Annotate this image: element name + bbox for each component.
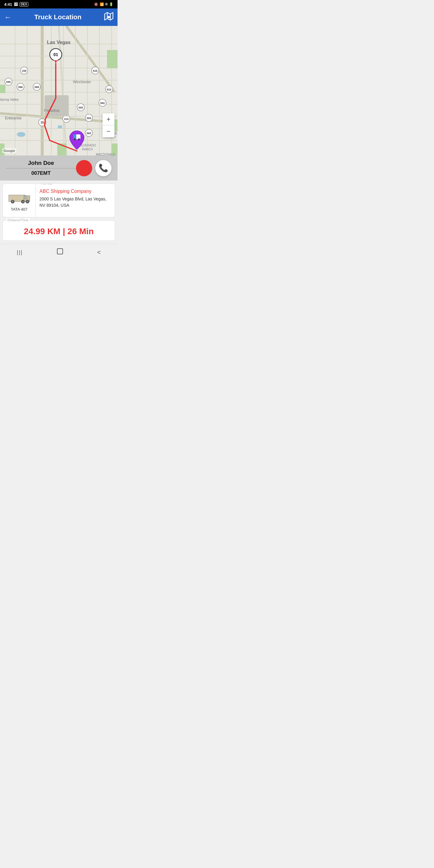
driver-card: John Doe 007EMT 📞	[0, 156, 118, 181]
svg-text:582: 582	[100, 101, 104, 104]
svg-rect-93	[57, 249, 63, 254]
svg-rect-46	[0, 85, 5, 93]
svg-text:Las Vegas: Las Vegas	[47, 40, 70, 45]
svg-point-88	[27, 201, 28, 203]
svg-point-74	[74, 138, 76, 140]
pickup-info: Pick Up ABC Shipping Company 2000 S Las …	[36, 184, 115, 217]
app-header: ← Truck Location	[0, 8, 118, 26]
svg-rect-82	[24, 196, 27, 198]
distance-value: 24.99 KM | 26 Min	[7, 227, 110, 236]
pickup-address: 2000 S Las Vegas Blvd, Las Vegas, NV 891…	[39, 196, 111, 209]
svg-point-75	[78, 138, 80, 140]
call-button[interactable]: 📞	[95, 160, 112, 176]
truck-image	[7, 190, 31, 205]
dex-icon: DEX	[20, 2, 28, 7]
svg-rect-4	[0, 26, 118, 156]
svg-text:596: 596	[18, 86, 23, 89]
svg-text:515: 515	[93, 69, 97, 72]
status-bar: 4:41 🖼 DEX 🔇 📶 R 🔋	[0, 0, 118, 8]
svg-rect-53	[58, 125, 62, 128]
svg-text:592: 592	[79, 106, 83, 109]
svg-text:MACDONALD: MACDONALD	[96, 153, 115, 156]
home-nav-button[interactable]	[56, 248, 64, 257]
svg-text:Winchester: Winchester	[73, 80, 91, 84]
map-icon-button[interactable]	[104, 12, 113, 23]
menu-nav-button[interactable]: |||	[17, 249, 23, 255]
svg-point-52	[17, 132, 25, 137]
distance-label: Distance/Time	[6, 218, 30, 222]
svg-text:562: 562	[87, 132, 91, 135]
driver-divider	[6, 168, 76, 168]
page-title: Truck Location	[34, 13, 82, 21]
photo-icon: 🖼	[14, 2, 18, 7]
svg-text:Spring Valley: Spring Valley	[0, 98, 19, 101]
back-button[interactable]: ←	[4, 13, 11, 22]
bottom-nav: ||| <	[0, 244, 118, 261]
wifi-icon: 📶	[100, 2, 104, 6]
google-watermark: Google	[2, 148, 16, 153]
svg-text:Enterprise: Enterprise	[5, 116, 22, 120]
zoom-in-button[interactable]: +	[102, 113, 115, 125]
svg-text:15: 15	[40, 121, 44, 124]
svg-text:593: 593	[87, 117, 91, 120]
driver-id: 007EMT	[6, 170, 76, 176]
svg-text:612: 612	[107, 88, 111, 91]
phone-icon: 📞	[98, 163, 108, 173]
svg-text:RANCH: RANCH	[82, 148, 93, 151]
svg-point-3	[108, 16, 110, 18]
signal-icon: R	[105, 3, 107, 6]
truck-image-box: TATA 407	[3, 184, 36, 217]
battery-icon: 🔋	[109, 2, 113, 6]
status-time: 4:41	[4, 2, 12, 7]
map-container[interactable]: 15 215 159 595 596 589 515 612 582	[0, 26, 118, 156]
driver-name: John Doe	[6, 160, 76, 166]
svg-rect-47	[107, 50, 118, 68]
pickup-label: Pick Up	[39, 184, 53, 185]
truck-model-label: TATA 407	[11, 207, 27, 212]
svg-text:01: 01	[53, 52, 58, 57]
svg-point-86	[22, 201, 24, 203]
mute-icon: 🔇	[94, 2, 98, 6]
pickup-card: TATA 407 Pick Up ABC Shipping Company 20…	[2, 184, 115, 217]
svg-text:Paradise: Paradise	[44, 108, 59, 113]
svg-text:589: 589	[34, 86, 39, 89]
zoom-controls: + −	[102, 113, 115, 137]
svg-text:215: 215	[64, 118, 68, 121]
status-left: 4:41 🖼 DEX	[4, 2, 28, 7]
svg-text:159: 159	[22, 69, 26, 72]
map-svg: 15 215 159 595 596 589 515 612 582	[0, 26, 118, 156]
zoom-out-button[interactable]: −	[102, 125, 115, 137]
pickup-company: ABC Shipping Company	[39, 189, 111, 194]
distance-card: Distance/Time 24.99 KM | 26 Min	[2, 220, 115, 241]
status-right: 🔇 📶 R 🔋	[94, 2, 113, 6]
back-nav-button[interactable]: <	[97, 249, 101, 256]
driver-info: John Doe 007EMT	[6, 160, 76, 176]
record-button[interactable]	[76, 160, 92, 176]
svg-text:595: 595	[6, 81, 10, 84]
